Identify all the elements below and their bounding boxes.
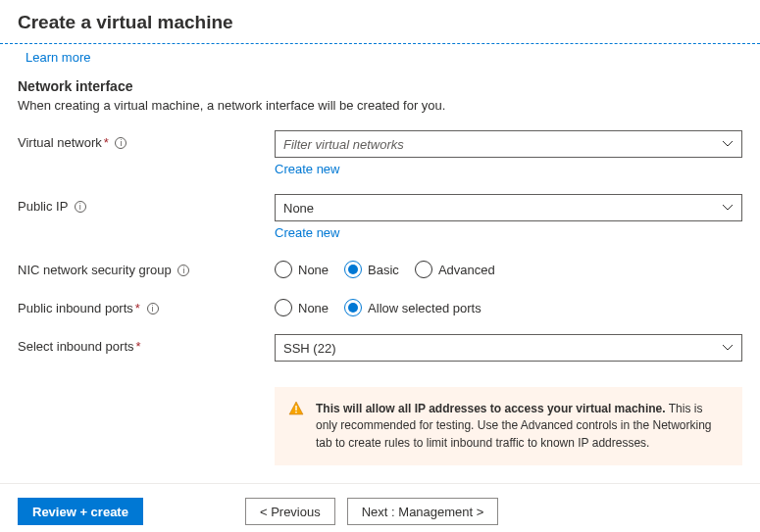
inbound-ports-radio-group: None Allow selected ports xyxy=(275,296,742,316)
nsg-radio-none[interactable]: None xyxy=(275,261,329,278)
warning-box: This will allow all IP addresses to acce… xyxy=(275,387,742,465)
chevron-down-icon xyxy=(722,344,734,352)
radio-icon xyxy=(415,261,432,278)
nsg-radio-advanced[interactable]: Advanced xyxy=(415,261,495,278)
page-title: Create a virtual machine xyxy=(18,12,742,33)
label-inbound-ports: Public inbound ports xyxy=(18,301,133,315)
required-marker: * xyxy=(104,135,109,150)
review-create-button[interactable]: Review + create xyxy=(18,498,143,525)
radio-label: Basic xyxy=(368,263,399,277)
radio-label: None xyxy=(298,263,329,277)
svg-rect-0 xyxy=(295,406,296,411)
inbound-radio-none[interactable]: None xyxy=(275,299,329,316)
virtual-network-dropdown[interactable]: Filter virtual networks xyxy=(275,130,742,158)
row-nsg: NIC network security group i None Basic … xyxy=(18,258,742,278)
row-warning: This will allow all IP addresses to acce… xyxy=(18,387,742,465)
page-header: Create a virtual machine xyxy=(0,0,760,43)
warning-bold: This will allow all IP addresses to acce… xyxy=(316,402,666,415)
info-icon[interactable]: i xyxy=(115,137,127,149)
create-new-vnet-link[interactable]: Create new xyxy=(275,162,339,176)
section-description: When creating a virtual machine, a netwo… xyxy=(18,98,742,113)
radio-label: Advanced xyxy=(438,263,495,277)
row-inbound-ports: Public inbound ports* i None Allow selec… xyxy=(18,296,742,316)
info-icon[interactable]: i xyxy=(177,265,189,276)
dropdown-value: SSH (22) xyxy=(283,341,335,356)
radio-icon xyxy=(344,299,362,316)
content-area: Learn more Network interface When creati… xyxy=(0,44,760,465)
info-icon[interactable]: i xyxy=(147,303,159,314)
next-button[interactable]: Next : Management > xyxy=(347,498,499,525)
radio-icon xyxy=(344,261,362,278)
radio-label: None xyxy=(298,301,329,315)
label-public-ip: Public IP xyxy=(18,199,68,214)
nsg-radio-basic[interactable]: Basic xyxy=(344,261,399,278)
chevron-down-icon xyxy=(722,140,734,148)
required-marker: * xyxy=(136,339,141,354)
label-nsg: NIC network security group xyxy=(18,263,172,277)
chevron-down-icon xyxy=(722,204,734,212)
row-public-ip: Public IP i None Create new xyxy=(18,194,742,240)
svg-rect-1 xyxy=(295,411,296,413)
info-icon[interactable]: i xyxy=(75,201,86,213)
nsg-radio-group: None Basic Advanced xyxy=(275,258,742,278)
radio-icon xyxy=(275,299,292,316)
row-select-ports: Select inbound ports* SSH (22) xyxy=(18,334,742,362)
required-marker: * xyxy=(135,301,140,315)
section-title: Network interface xyxy=(18,78,742,94)
previous-button[interactable]: < Previous xyxy=(245,498,335,525)
row-virtual-network: Virtual network* i Filter virtual networ… xyxy=(18,130,742,176)
select-ports-dropdown[interactable]: SSH (22) xyxy=(275,334,742,362)
radio-icon xyxy=(275,261,292,278)
footer: Review + create < Previous Next : Manage… xyxy=(0,484,760,532)
dropdown-value: None xyxy=(283,201,314,216)
create-new-public-ip-link[interactable]: Create new xyxy=(275,225,339,240)
learn-more-link[interactable]: Learn more xyxy=(25,50,90,65)
inbound-radio-allow[interactable]: Allow selected ports xyxy=(344,299,481,316)
public-ip-dropdown[interactable]: None xyxy=(275,194,742,221)
warning-icon xyxy=(288,401,304,421)
radio-label: Allow selected ports xyxy=(368,301,481,315)
dropdown-placeholder: Filter virtual networks xyxy=(283,137,404,152)
label-virtual-network: Virtual network xyxy=(18,135,102,150)
label-select-ports: Select inbound ports xyxy=(18,339,134,354)
